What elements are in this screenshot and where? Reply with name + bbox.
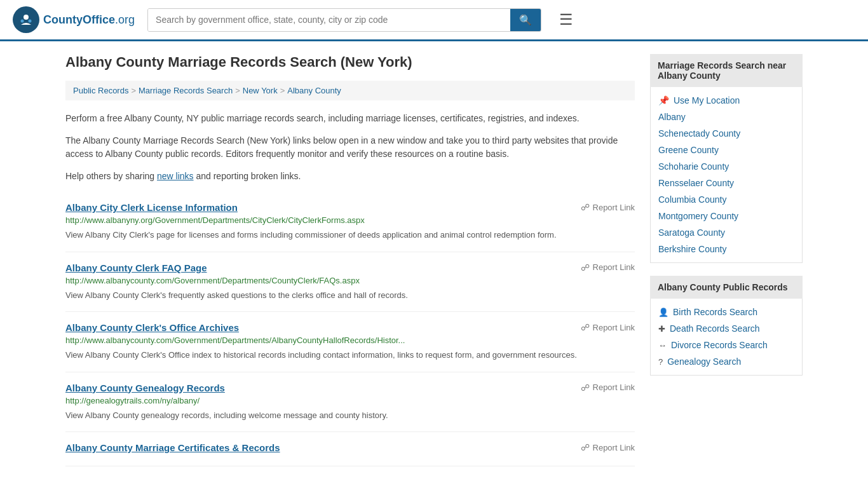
report-label-2: Report Link	[593, 323, 635, 332]
report-link-2[interactable]: ☍ Report Link	[581, 322, 635, 332]
result-header: Albany County Genealogy Records ☍ Report…	[65, 383, 635, 393]
result-item: Albany County Clerk FAQ Page ☍ Report Li…	[65, 252, 635, 313]
report-icon-4: ☍	[581, 442, 590, 452]
breadcrumb-new-york[interactable]: New York	[243, 86, 278, 95]
result-item: Albany City Clerk License Information ☍ …	[65, 192, 635, 252]
page-title: Albany County Marriage Records Search (N…	[65, 54, 635, 71]
report-label-0: Report Link	[593, 203, 635, 212]
nearby-link-5[interactable]: Columbia County	[658, 191, 794, 208]
breadcrumb: Public Records > Marriage Records Search…	[65, 81, 635, 100]
result-item: Albany County Clerk's Office Archives ☍ …	[65, 312, 635, 372]
public-record-icon-1: ✚	[658, 324, 665, 334]
use-location-label: Use My Location	[674, 95, 740, 105]
sidebar-public-records-content: 👤Birth Records Search✚Death Records Sear…	[650, 299, 803, 376]
breadcrumb-sep-1: >	[131, 86, 136, 95]
description-para1: Perform a free Albany County, NY public …	[65, 112, 635, 125]
public-record-link-3[interactable]: ?Genealogy Search	[658, 353, 794, 370]
breadcrumb-public-records[interactable]: Public Records	[73, 86, 128, 95]
public-record-icon-2: ↔	[658, 341, 667, 350]
search-button[interactable]: 🔍	[510, 9, 541, 31]
search-bar: 🔍	[147, 8, 541, 32]
nearby-link-8[interactable]: Berkshire County	[658, 241, 794, 257]
result-url-2[interactable]: http://www.albanycounty.com/Government/D…	[65, 336, 635, 345]
breadcrumb-sep-2: >	[235, 86, 240, 95]
breadcrumb-marriage-records-search[interactable]: Marriage Records Search	[139, 86, 233, 95]
sidebar-nearby-title: Marriage Records Search near Albany Coun…	[650, 54, 803, 87]
sidebar-public-records-section: Albany County Public Records 👤Birth Reco…	[650, 276, 803, 376]
result-item: Albany County Marriage Certificates & Re…	[65, 432, 635, 466]
nearby-link-4[interactable]: Rensselaer County	[658, 175, 794, 191]
public-record-label-2: Divorce Records Search	[671, 340, 768, 350]
report-label-1: Report Link	[593, 262, 635, 272]
use-my-location-link[interactable]: 📌 Use My Location	[658, 92, 794, 109]
result-url-1[interactable]: http://www.albanycounty.com/Government/D…	[65, 276, 635, 285]
report-label-4: Report Link	[593, 443, 635, 452]
results-list: Albany City Clerk License Information ☍ …	[65, 192, 635, 466]
header: CountyOffice.org 🔍 ☰	[0, 0, 868, 41]
result-title-4[interactable]: Albany County Marriage Certificates & Re…	[65, 442, 280, 453]
nearby-link-0[interactable]: Albany	[658, 109, 794, 125]
public-record-label-0: Birth Records Search	[673, 307, 757, 317]
desc-para3-before: Help others by sharing	[65, 171, 157, 181]
report-link-0[interactable]: ☍ Report Link	[581, 202, 635, 212]
public-record-icon-0: 👤	[658, 308, 668, 317]
result-title-2[interactable]: Albany County Clerk's Office Archives	[65, 322, 239, 333]
report-link-3[interactable]: ☍ Report Link	[581, 383, 635, 393]
logo-text: CountyOffice.org	[43, 13, 135, 27]
nearby-link-6[interactable]: Montgomery County	[658, 208, 794, 224]
breadcrumb-sep-3: >	[280, 86, 285, 95]
report-link-4[interactable]: ☍ Report Link	[581, 442, 635, 452]
result-url-0[interactable]: http://www.albanyny.org/Government/Depar…	[65, 215, 635, 225]
hamburger-menu-button[interactable]: ☰	[554, 8, 578, 31]
content-wrapper: Albany County Marriage Records Search (N…	[53, 41, 815, 479]
result-title-3[interactable]: Albany County Genealogy Records	[65, 383, 225, 393]
result-header: Albany County Clerk's Office Archives ☍ …	[65, 322, 635, 333]
svg-point-3	[29, 20, 32, 23]
sidebar: Marriage Records Search near Albany Coun…	[650, 54, 803, 466]
result-header: Albany County Marriage Certificates & Re…	[65, 442, 635, 453]
result-desc-2: View Albany County Clerk's Office index …	[65, 349, 635, 362]
description-para2: The Albany County Marriage Records Searc…	[65, 134, 635, 161]
sidebar-nearby-section: Marriage Records Search near Albany Coun…	[650, 54, 803, 263]
public-records-links-container: 👤Birth Records Search✚Death Records Sear…	[658, 304, 794, 370]
public-record-link-1[interactable]: ✚Death Records Search	[658, 320, 794, 337]
public-record-label-1: Death Records Search	[670, 323, 760, 334]
search-input[interactable]	[148, 9, 510, 31]
result-title-1[interactable]: Albany County Clerk FAQ Page	[65, 262, 207, 273]
new-links-link[interactable]: new links	[157, 171, 194, 181]
report-icon-2: ☍	[581, 322, 590, 332]
svg-point-2	[21, 20, 24, 23]
svg-point-1	[24, 15, 29, 20]
logo-name: CountyOffice	[43, 13, 115, 26]
nearby-link-3[interactable]: Schoharie County	[658, 158, 794, 175]
public-record-label-3: Genealogy Search	[667, 356, 741, 367]
logo[interactable]: CountyOffice.org	[13, 6, 135, 33]
logo-suffix: .org	[115, 13, 135, 26]
report-icon-3: ☍	[581, 383, 590, 393]
result-desc-3: View Albany County genealogy records, in…	[65, 409, 635, 422]
result-header: Albany City Clerk License Information ☍ …	[65, 202, 635, 213]
nearby-link-7[interactable]: Saratoga County	[658, 224, 794, 241]
result-url-3[interactable]: http://genealogytrails.com/ny/albany/	[65, 396, 635, 405]
description-para3: Help others by sharing new links and rep…	[65, 170, 635, 183]
nearby-link-2[interactable]: Greene County	[658, 142, 794, 158]
result-header: Albany County Clerk FAQ Page ☍ Report Li…	[65, 262, 635, 273]
result-title-0[interactable]: Albany City Clerk License Information	[65, 202, 238, 213]
result-desc-0: View Albany City Clerk's page for licens…	[65, 229, 635, 241]
public-record-icon-3: ?	[658, 357, 663, 367]
report-icon-1: ☍	[581, 262, 590, 273]
logo-icon	[13, 6, 39, 33]
result-desc-1: View Albany County Clerk's frequently as…	[65, 289, 635, 302]
main-content: Albany County Marriage Records Search (N…	[65, 54, 635, 466]
sidebar-nearby-content: 📌 Use My Location AlbanySchenectady Coun…	[650, 87, 803, 263]
public-record-link-0[interactable]: 👤Birth Records Search	[658, 304, 794, 320]
nearby-link-1[interactable]: Schenectady County	[658, 125, 794, 142]
report-label-3: Report Link	[593, 383, 635, 392]
report-link-1[interactable]: ☍ Report Link	[581, 262, 635, 273]
result-item: Albany County Genealogy Records ☍ Report…	[65, 372, 635, 433]
location-pin-icon: 📌	[658, 95, 669, 105]
sidebar-public-records-title: Albany County Public Records	[650, 276, 803, 299]
public-record-link-2[interactable]: ↔Divorce Records Search	[658, 337, 794, 353]
report-icon-0: ☍	[581, 202, 590, 212]
breadcrumb-albany-county[interactable]: Albany County	[287, 86, 341, 95]
